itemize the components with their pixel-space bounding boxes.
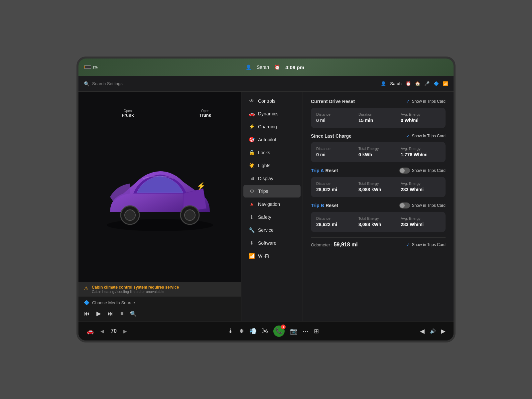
trip-a-reset[interactable]: Reset <box>326 168 338 173</box>
volume-control[interactable]: 🔊 <box>430 329 436 334</box>
sidebar-item-safety[interactable]: ℹ Safety <box>243 211 301 223</box>
stat-energy-avg-a: Avg. Energy 283 Wh/mi <box>401 182 440 193</box>
label-energy-avg-a: Avg. Energy <box>401 182 440 186</box>
odometer-text: Odometer : 59,918 mi <box>311 242 358 248</box>
charging-icon: ⚡ <box>249 124 255 130</box>
seat-heat-icon[interactable]: 🌡 <box>228 328 234 334</box>
locks-label: Locks <box>258 150 270 155</box>
stat-energy-current: Avg. Energy 0 Wh/mi <box>401 112 440 123</box>
sidebar-item-dynamics[interactable]: 🚗 Dynamics <box>243 107 301 120</box>
car-icon[interactable]: 🚗 <box>86 328 94 335</box>
trip-b-toggle[interactable] <box>399 202 410 208</box>
settings-sidebar: 👁 Controls 🚗 Dynamics ⚡ Charging 🎯 Autop… <box>241 92 303 321</box>
nav-left-icon[interactable]: ◀ <box>420 328 425 335</box>
battery-bar <box>84 66 91 69</box>
trunk-label[interactable]: Open Trunk <box>200 109 211 118</box>
since-last-charge-header: Since Last Charge ✓ Show in Trips Card <box>311 133 446 139</box>
current-drive-show-trips[interactable]: ✓ Show in Trips Card <box>406 99 446 104</box>
label-distance-b: Distance <box>316 216 356 220</box>
header-home-icon: 🏠 <box>415 81 420 86</box>
value-energy-avg-a: 283 Wh/mi <box>401 187 424 192</box>
trip-b-title: Trip B <box>311 203 324 208</box>
trunk-name: Trunk <box>200 113 211 118</box>
navigation-label: Navigation <box>258 201 280 207</box>
search-area[interactable]: 🔍 Search Settings <box>84 81 375 86</box>
label-distance-a: Distance <box>316 182 356 186</box>
odometer-show-trips[interactable]: ✓ Show in Trips Card <box>406 242 446 247</box>
dots-icon[interactable]: ⋯ <box>303 328 309 335</box>
sidebar-item-trips[interactable]: ⚙ Trips <box>243 185 301 198</box>
sidebar-item-lights[interactable]: ☀️ Lights <box>243 159 301 172</box>
sidebar-item-software[interactable]: ⬇ Software <box>243 237 301 249</box>
trip-a-stats: Distance 28,622 mi Total Energy 8,088 kW… <box>316 182 440 193</box>
prev-button[interactable]: ⏮ <box>84 310 90 317</box>
sidebar-item-wifi[interactable]: 📶 Wi-Fi <box>243 250 301 262</box>
bottom-center: 🌡 ❄ 💨 🌬 📞 1 📷 ⋯ ⊞ <box>228 326 319 337</box>
service-label: Service <box>258 227 274 233</box>
current-drive-check-label: Show in Trips Card <box>412 99 446 104</box>
since-last-charge-show-trips[interactable]: ✓ Show in Trips Card <box>406 133 446 139</box>
next-button[interactable]: ⏭ <box>108 310 114 317</box>
header-signal-icon: 📶 <box>443 81 448 86</box>
sidebar-item-controls[interactable]: 👁 Controls <box>243 95 301 107</box>
value-energy-avg-slc: 1,776 Wh/mi <box>401 152 428 157</box>
defrost-icon[interactable]: ❄ <box>239 328 244 335</box>
phone-button[interactable]: 📞 1 <box>273 326 285 337</box>
sidebar-item-autopilot[interactable]: 🎯 Autopilot <box>243 133 301 146</box>
locks-icon: 🔒 <box>249 150 255 156</box>
display-label: Display <box>258 176 273 181</box>
since-last-charge-checkmark: ✓ <box>406 133 410 139</box>
current-drive-title: Current Drive <box>311 99 340 104</box>
temp-right-arrow[interactable]: ▶ <box>123 329 127 334</box>
fan-icon[interactable]: 💨 <box>249 328 257 335</box>
header-user-icon: 👤 <box>381 81 386 86</box>
trip-b-card: Distance 28,622 mi Total Energy 8,088 kW… <box>311 212 446 232</box>
sidebar-item-navigation[interactable]: 🔺 Navigation <box>243 198 301 210</box>
volume-icon: 🔊 <box>430 329 436 334</box>
value-distance-b: 28,622 mi <box>316 222 337 227</box>
media-bar[interactable]: 🔷 Choose Media Source <box>78 296 241 309</box>
dynamics-label: Dynamics <box>258 111 278 116</box>
sidebar-item-display[interactable]: 🖥 Display <box>243 172 301 185</box>
car-illustration: ⚡ <box>97 145 223 232</box>
nav-right-icon[interactable]: ▶ <box>441 328 446 335</box>
warning-text: Cabin climate control system requires se… <box>92 285 179 294</box>
trip-b-reset[interactable]: Reset <box>326 203 338 208</box>
battery-indicator: 1% <box>84 65 98 69</box>
top-alarm-icon: ⏰ <box>274 65 280 70</box>
search-placeholder[interactable]: Search Settings <box>92 81 123 86</box>
label-energy-current: Avg. Energy <box>401 112 440 116</box>
top-user-icon: 👤 <box>246 65 251 70</box>
current-drive-stats: Distance 0 mi Duration 15 min Avg. Energ… <box>316 112 440 123</box>
sidebar-item-service[interactable]: 🔧 Service <box>243 224 301 236</box>
sidebar-item-locks[interactable]: 🔒 Locks <box>243 146 301 159</box>
display-icon: 🖥 <box>249 176 255 181</box>
equalizer-button[interactable]: ≡ <box>120 311 123 317</box>
temp-left-arrow[interactable]: ◀ <box>100 329 104 334</box>
lights-icon: ☀️ <box>249 163 255 169</box>
trip-a-show-trips[interactable]: Show in Trips Card <box>399 168 446 174</box>
current-drive-reset[interactable]: Reset <box>342 99 355 104</box>
search-media-button[interactable]: 🔍 <box>130 311 137 317</box>
stat-energy-total-slc: Total Energy 0 kWh <box>358 147 398 158</box>
value-energy-total-a: 8,088 kWh <box>358 187 381 192</box>
label-distance-slc: Distance <box>316 147 356 151</box>
trip-b-show-trips[interactable]: Show in Trips Card <box>399 202 446 208</box>
stat-distance-a: Distance 28,622 mi <box>316 182 356 193</box>
autopilot-label: Autopilot <box>258 137 276 142</box>
stat-distance-slc: Distance 0 mi <box>316 147 356 158</box>
odometer-value: 59,918 mi <box>334 242 358 247</box>
fan2-icon[interactable]: 🌬 <box>262 328 268 334</box>
label-energy-total-slc: Total Energy <box>358 147 398 151</box>
camera-icon[interactable]: 📷 <box>290 328 297 335</box>
grid-icon[interactable]: ⊞ <box>314 328 319 335</box>
play-button[interactable]: ▶ <box>96 310 101 317</box>
controls-label: Controls <box>258 98 275 104</box>
sidebar-item-charging[interactable]: ⚡ Charging <box>243 120 301 133</box>
lightning-decoration: ⚡ <box>197 182 206 191</box>
frunk-label[interactable]: Open Frunk <box>122 109 134 118</box>
wifi-icon: 📶 <box>249 253 255 259</box>
trip-a-toggle[interactable] <box>399 168 410 174</box>
value-duration-current: 15 min <box>358 118 373 123</box>
header-alarm-icon: ⏰ <box>406 81 411 86</box>
